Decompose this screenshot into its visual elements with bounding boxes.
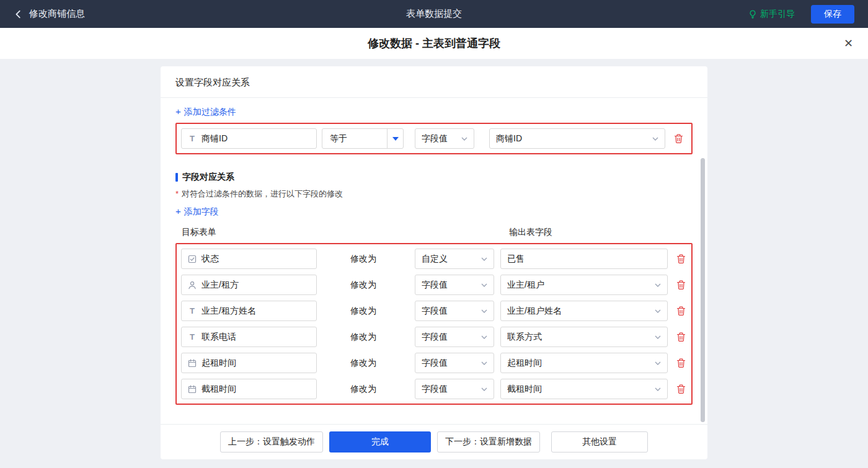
target-field-select[interactable]: T 联系电话 <box>181 327 317 347</box>
target-field-select[interactable]: T 业主/租方姓名 <box>181 301 317 321</box>
chevron-down-icon <box>481 361 487 365</box>
output-field-select[interactable]: 业主/租户 <box>500 275 668 295</box>
mapping-row: 截租时间 修改为 字段值 截租时间 <box>181 379 687 399</box>
delete-row-button[interactable] <box>675 331 687 343</box>
dialog-header: 修改数据 - 主表到普通字段 ✕ <box>0 28 868 59</box>
output-field-select[interactable]: 起租时间 <box>500 353 668 373</box>
delete-row-button[interactable] <box>675 253 687 265</box>
output-value: 已售 <box>507 254 661 265</box>
delete-row-button[interactable] <box>675 357 687 369</box>
add-field-link[interactable]: + 添加字段 <box>175 205 219 218</box>
modify-type-select[interactable]: 字段值 <box>415 379 494 399</box>
filter-value: 商铺ID <box>496 133 652 144</box>
trash-icon <box>676 306 686 316</box>
topbar-right: 新手引导 保存 <box>462 5 854 24</box>
output-value: 业主/租户 <box>507 280 655 291</box>
operator-caret-button[interactable] <box>387 129 403 148</box>
next-step-button[interactable]: 下一步：设置新增数据 <box>437 431 540 453</box>
trash-icon <box>676 384 686 394</box>
modify-label: 修改为 <box>350 254 415 265</box>
filter-field-value: 商铺ID <box>202 133 310 144</box>
target-field-select[interactable]: 业主/租方 <box>181 275 317 295</box>
other-settings-button[interactable]: 其他设置 <box>551 431 648 453</box>
trash-icon <box>676 280 686 290</box>
mapping-row: T 联系电话 修改为 字段值 联系方式 <box>181 327 687 347</box>
plus-icon: + <box>175 107 181 116</box>
section-accent-bar <box>175 173 178 182</box>
modify-type-select[interactable]: 字段值 <box>415 327 494 347</box>
filter-operator-select[interactable]: 等于 <box>322 128 404 149</box>
output-value: 业主/租户姓名 <box>507 306 655 317</box>
topbar-title: 表单数据提交 <box>406 8 462 20</box>
modify-type-value: 字段值 <box>422 306 481 317</box>
guide-link[interactable]: 新手引导 <box>748 9 795 20</box>
prev-step-button[interactable]: 上一步：设置触发动作 <box>220 431 323 453</box>
column-output-fields: 输出表字段 <box>509 227 552 238</box>
modify-type-select[interactable]: 字段值 <box>415 275 494 295</box>
mapping-row: 起租时间 修改为 字段值 起租时间 <box>181 353 687 373</box>
mapping-group-box: 状态 修改为 自定义 已售 <box>175 243 693 405</box>
dialog-content: 设置字段对应关系 + 添加过滤条件 T 商铺ID 等于 <box>0 59 868 468</box>
filter-value-type: 字段值 <box>422 133 461 144</box>
modify-label: 修改为 <box>350 306 415 317</box>
back-button[interactable]: 修改商铺信息 <box>14 8 85 20</box>
chevron-down-icon <box>655 335 661 339</box>
delete-filter-button[interactable] <box>673 133 684 145</box>
modify-label: 修改为 <box>350 384 415 395</box>
output-value: 联系方式 <box>507 332 655 343</box>
done-button[interactable]: 完成 <box>329 431 431 453</box>
filter-row: T 商铺ID 等于 字段值 <box>181 128 687 149</box>
output-value-input[interactable]: 已售 <box>500 249 668 269</box>
target-field-value: 状态 <box>202 254 310 265</box>
output-value: 起租时间 <box>507 358 655 369</box>
modify-type-value: 字段值 <box>422 280 481 291</box>
delete-row-button[interactable] <box>675 279 687 291</box>
caret-down-icon <box>392 137 399 141</box>
add-filter-link[interactable]: + 添加过滤条件 <box>175 105 236 118</box>
modify-type-select[interactable]: 字段值 <box>415 353 494 373</box>
mapping-title: 字段对应关系 <box>182 172 234 183</box>
scrollbar[interactable] <box>701 158 705 422</box>
text-field-icon: T <box>188 134 197 143</box>
text-field-icon: T <box>188 332 197 342</box>
target-field-select[interactable]: 状态 <box>181 249 317 269</box>
modify-type-select[interactable]: 字段值 <box>415 301 494 321</box>
modify-type-select[interactable]: 自定义 <box>415 249 494 269</box>
modify-type-value: 字段值 <box>422 332 481 343</box>
output-field-select[interactable]: 截租时间 <box>500 379 668 399</box>
dialog-title: 修改数据 - 主表到普通字段 <box>0 28 868 59</box>
mapping-row: 业主/租方 修改为 字段值 业主/租户 <box>181 275 687 295</box>
delete-row-button[interactable] <box>675 383 687 395</box>
panel-footer: 上一步：设置触发动作 完成 下一步：设置新增数据 其他设置 <box>161 424 707 459</box>
output-field-select[interactable]: 业主/租户姓名 <box>500 301 668 321</box>
filter-value-type-select[interactable]: 字段值 <box>415 128 474 149</box>
trash-icon <box>676 358 686 368</box>
chevron-down-icon <box>481 309 487 313</box>
delete-row-button[interactable] <box>675 305 687 317</box>
save-button[interactable]: 保存 <box>811 5 854 24</box>
required-asterisk: * <box>175 189 179 198</box>
chevron-down-icon <box>655 387 661 391</box>
chevron-down-icon <box>655 361 661 365</box>
target-field-value: 起租时间 <box>202 358 310 369</box>
panel-body: + 添加过滤条件 T 商铺ID 等于 <box>161 98 707 405</box>
add-filter-label: 添加过滤条件 <box>184 105 236 118</box>
target-field-value: 联系电话 <box>202 332 310 343</box>
filter-value-select[interactable]: 商铺ID <box>489 128 665 149</box>
output-value: 截租时间 <box>507 384 655 395</box>
filter-operator-value: 等于 <box>322 133 387 144</box>
target-field-select[interactable]: 起租时间 <box>181 353 317 373</box>
back-label: 修改商铺信息 <box>29 8 85 20</box>
close-button[interactable]: ✕ <box>844 36 853 51</box>
chevron-down-icon <box>481 335 487 339</box>
bulb-icon <box>748 10 757 19</box>
text-field-icon: T <box>188 306 197 316</box>
modify-type-value: 字段值 <box>422 358 481 369</box>
chevron-down-icon <box>481 283 487 287</box>
mapping-description-text: 对符合过滤条件的数据，进行以下字段的修改 <box>182 188 343 200</box>
filter-field-select[interactable]: T 商铺ID <box>181 128 317 149</box>
target-field-select[interactable]: 截租时间 <box>181 379 317 399</box>
chevron-down-icon <box>461 137 467 141</box>
output-field-select[interactable]: 联系方式 <box>500 327 668 347</box>
select-field-icon <box>188 255 197 263</box>
